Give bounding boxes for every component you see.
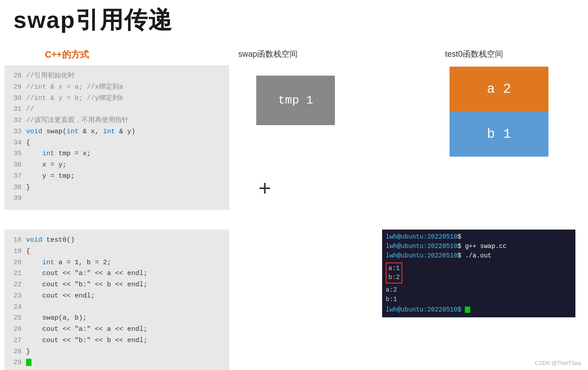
stack-a: a 2 [450,67,548,112]
stack-b: b 1 [450,112,548,157]
terminal-output-box: a:1b:2 [386,262,402,284]
terminal-prompt-1: lwh@ubuntu:20220510 [386,233,458,240]
tmp-box: tmp 1 [256,76,335,125]
swap-stack-label: swap函数栈空间 [238,49,298,59]
terminal-prompt-2: lwh@ubuntu:20220510 [386,243,458,250]
plus-sign: + [258,176,271,200]
terminal-prompt-4: lwh@ubuntu:20220510$ [386,306,461,313]
terminal-output-plain: a:2b:1 [386,286,397,303]
code-block-top: 28//引用初始化时 29//int & x = a; //x绑定到a 30//… [4,65,229,210]
code-block-bottom: 18void test0() 19{ 20 int a = 1, b = 2; … [4,230,229,370]
terminal: lwh@ubuntu:20220510$ lwh@ubuntu:20220510… [382,230,575,317]
cpp-label: C++的方式 [45,49,89,61]
test0-stack-label: test0函数栈空间 [445,49,503,59]
page-title: swap引用传递 [13,5,173,36]
watermark: CSDN @TheITSea [535,360,581,366]
terminal-prompt-3: lwh@ubuntu:20220510 [386,252,458,259]
